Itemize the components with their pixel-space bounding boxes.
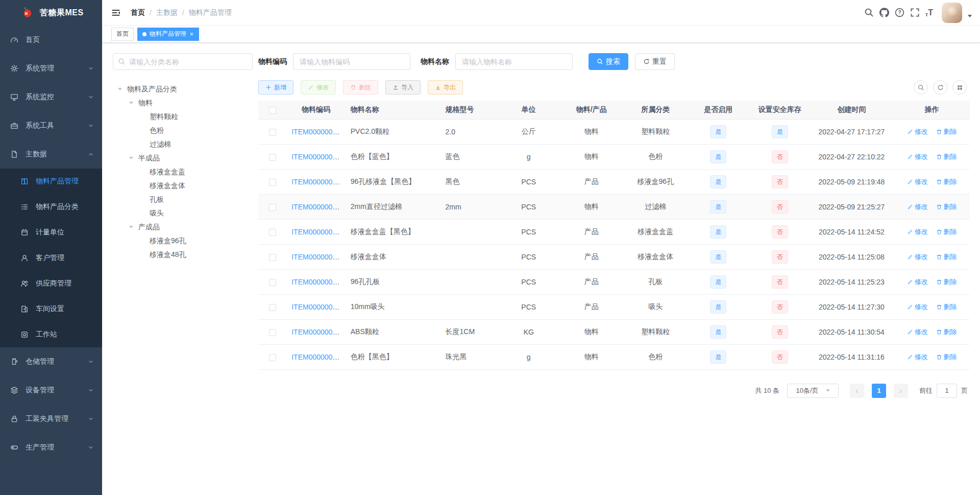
page-1-button[interactable]: 1 <box>872 384 886 398</box>
row-edit-button[interactable]: 修改 <box>907 302 928 312</box>
tree-expand-caret-icon[interactable] <box>117 86 127 92</box>
sidebar-item-设备管理[interactable]: 设备管理 <box>0 376 102 405</box>
sidebar-item-系统管理[interactable]: 系统管理 <box>0 54 102 83</box>
sidebar-item-计量单位[interactable]: 计量单位 <box>0 220 102 245</box>
row-edit-button[interactable]: 修改 <box>907 152 928 161</box>
item-code-link[interactable]: ITEM00000049 <box>291 203 340 211</box>
search-button[interactable]: 搜索 <box>589 53 628 70</box>
avatar[interactable] <box>942 3 962 23</box>
sidebar-item-工装夹具管理[interactable]: 工装夹具管理 <box>0 405 102 433</box>
tree-expand-caret-icon[interactable] <box>128 224 138 230</box>
tree-node-移液盒盒体[interactable]: 移液盒盒体 <box>113 179 253 193</box>
caret-down-icon[interactable] <box>968 15 972 19</box>
github-icon[interactable] <box>879 8 889 17</box>
sidebar-item-供应商管理[interactable]: 供应商管理 <box>0 271 102 296</box>
sidebar-item-仓储管理[interactable]: 仓储管理 <box>0 347 102 376</box>
row-edit-button[interactable]: 修改 <box>907 327 928 337</box>
row-edit-button[interactable]: 修改 <box>907 202 928 211</box>
tree-node-产成品[interactable]: 产成品 <box>113 220 253 234</box>
row-edit-button[interactable]: 修改 <box>907 252 928 262</box>
row-checkbox[interactable] <box>269 129 276 136</box>
row-delete-button[interactable]: 删除 <box>936 327 957 337</box>
tree-node-过滤棉[interactable]: 过滤棉 <box>113 137 253 151</box>
breadcrumb-item[interactable]: 首页 <box>131 8 145 17</box>
material-code-input[interactable] <box>293 53 410 70</box>
tree-expand-caret-icon[interactable] <box>128 100 138 106</box>
sidebar-item-首页[interactable]: 首页 <box>0 26 102 54</box>
category-search-input[interactable] <box>113 54 252 69</box>
row-delete-button[interactable]: 删除 <box>936 302 957 312</box>
新增-button[interactable]: 新增 <box>258 80 293 95</box>
row-edit-button[interactable]: 修改 <box>907 127 928 136</box>
tree-node-吸头[interactable]: 吸头 <box>113 206 253 220</box>
row-edit-button[interactable]: 修改 <box>907 177 928 186</box>
item-code-link[interactable]: ITEM00000052 <box>291 253 340 261</box>
row-delete-button[interactable]: 删除 <box>936 352 957 362</box>
tree-node-孔板[interactable]: 孔板 <box>113 193 253 206</box>
row-delete-button[interactable]: 删除 <box>936 227 957 237</box>
columns-grid-icon[interactable] <box>952 80 967 95</box>
sidebar-item-系统监控[interactable]: 系统监控 <box>0 83 102 111</box>
sidebar-item-工作站[interactable]: 工作站 <box>0 322 102 347</box>
item-code-link[interactable]: ITEM00000046 <box>291 178 340 186</box>
close-icon[interactable]: × <box>189 31 194 37</box>
select-all-checkbox[interactable] <box>269 107 276 114</box>
item-code-link[interactable]: ITEM00000037 <box>291 128 340 136</box>
row-delete-button[interactable]: 删除 <box>936 252 957 262</box>
help-icon[interactable]: ? <box>895 8 904 17</box>
row-delete-button[interactable]: 删除 <box>936 177 957 186</box>
row-checkbox[interactable] <box>269 229 276 236</box>
prev-page-button[interactable]: ‹ <box>850 384 864 398</box>
row-checkbox[interactable] <box>269 304 276 311</box>
删除-button[interactable]: 删除 <box>343 80 378 95</box>
sidebar-item-主数据[interactable]: 主数据 <box>0 140 102 169</box>
row-edit-button[interactable]: 修改 <box>907 352 928 362</box>
item-code-link[interactable]: ITEM00000053 <box>291 278 340 286</box>
tree-node-色粉[interactable]: 色粉 <box>113 124 253 137</box>
tag-物料产品管理[interactable]: 物料产品管理 × <box>137 28 199 41</box>
breadcrumb-item[interactable]: 主数据 <box>156 8 178 17</box>
row-edit-button[interactable]: 修改 <box>907 227 928 237</box>
row-edit-button[interactable]: 修改 <box>907 277 928 287</box>
next-page-button[interactable]: › <box>894 384 908 398</box>
sidebar-item-物料产品管理[interactable]: 物料产品管理 <box>0 169 102 194</box>
row-checkbox[interactable] <box>269 254 276 261</box>
修改-button[interactable]: 修改 <box>301 80 336 95</box>
tree-node-半成品[interactable]: 半成品 <box>113 151 253 165</box>
tree-node-移液盒96孔[interactable]: 移液盒96孔 <box>113 234 253 248</box>
sidebar-item-车间设置[interactable]: 车间设置 <box>0 296 102 322</box>
tree-node-物料及产品分类[interactable]: 物料及产品分类 <box>113 82 253 96</box>
row-checkbox[interactable] <box>269 179 276 186</box>
tree-node-塑料颗粒[interactable]: 塑料颗粒 <box>113 110 253 124</box>
font-size-icon[interactable]: тT <box>925 8 933 17</box>
row-delete-button[interactable]: 删除 <box>936 277 957 287</box>
row-checkbox[interactable] <box>269 279 276 286</box>
导出-button[interactable]: 导出 <box>428 80 463 95</box>
search-icon[interactable] <box>864 8 874 17</box>
tree-node-物料[interactable]: 物料 <box>113 96 253 110</box>
tree-node-移液盒盒盖[interactable]: 移液盒盒盖 <box>113 165 253 179</box>
row-delete-button[interactable]: 删除 <box>936 127 957 136</box>
sidebar-item-系统工具[interactable]: 系统工具 <box>0 111 102 140</box>
refresh-icon[interactable] <box>933 80 947 95</box>
row-delete-button[interactable]: 删除 <box>936 202 957 211</box>
tag-首页[interactable]: 首页 <box>111 28 134 41</box>
row-checkbox[interactable] <box>269 204 276 211</box>
row-delete-button[interactable]: 删除 <box>936 152 957 161</box>
goto-page-input[interactable] <box>937 384 957 398</box>
sidebar-item-物料产品分类[interactable]: 物料产品分类 <box>0 194 102 220</box>
material-name-input[interactable] <box>455 53 573 70</box>
item-code-link[interactable]: ITEM00000054 <box>291 303 340 311</box>
row-checkbox[interactable] <box>269 329 276 336</box>
page-size-select[interactable]: 10条/页 <box>787 384 839 398</box>
fullscreen-icon[interactable] <box>910 8 920 17</box>
row-checkbox[interactable] <box>269 354 276 361</box>
tree-expand-caret-icon[interactable] <box>128 155 138 161</box>
row-checkbox[interactable] <box>269 154 276 161</box>
item-code-link[interactable]: ITEM00000055 <box>291 328 340 336</box>
sidebar-item-生产管理[interactable]: 生产管理 <box>0 433 102 462</box>
item-code-link[interactable]: ITEM00000041 <box>291 153 340 161</box>
show-search-icon[interactable] <box>914 80 928 95</box>
reset-button[interactable]: 重置 <box>635 53 675 70</box>
sidebar-fold-icon[interactable] <box>111 8 120 17</box>
